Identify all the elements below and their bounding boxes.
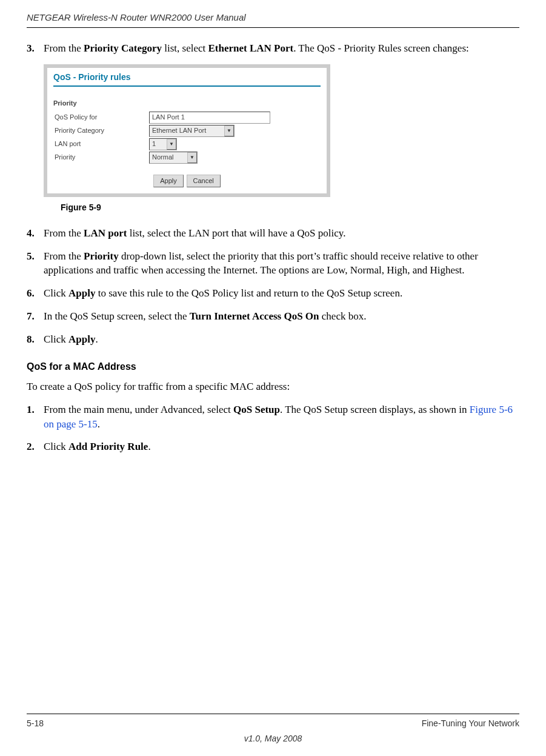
chevron-down-icon: ▼ (167, 139, 176, 150)
step-body: From the main menu, under Advanced, sele… (44, 403, 519, 432)
field-label: QoS Policy for (53, 113, 149, 122)
row-qos-policy-for: QoS Policy for LAN Port 1 (53, 111, 321, 124)
bold-text: Ethernet LAN Port (208, 42, 293, 54)
priority-category-select[interactable]: Ethernet LAN Port ▼ (149, 125, 235, 137)
panel-title: QoS - Priority rules (53, 72, 321, 84)
text: From the (44, 250, 84, 262)
text: From the main menu, under Advanced, sele… (44, 404, 233, 415)
step-4: 4. From the LAN port list, select the LA… (27, 226, 519, 241)
intro-paragraph: To create a QoS policy for traffic from … (27, 380, 519, 394)
select-value: Ethernet LAN Port (152, 126, 222, 135)
step-3: 3. From the Priority Category list, sele… (27, 41, 519, 56)
qos-policy-name-input[interactable]: LAN Port 1 (149, 112, 270, 124)
step-number: 1. (27, 403, 44, 432)
section-heading-qos-mac: QoS for a MAC Address (27, 360, 519, 373)
step-6: 6. Click Apply to save this rule to the … (27, 286, 519, 301)
text: Click (44, 287, 68, 299)
step-8: 8. Click Apply. (27, 332, 519, 347)
chevron-down-icon: ▼ (224, 125, 234, 136)
field-label: Priority (53, 153, 149, 162)
text: . (148, 441, 150, 452)
text: . (98, 418, 100, 430)
page-footer: 5-18 Fine-Tuning Your Network v1.0, May … (27, 714, 519, 745)
row-lan-port: LAN port 1 ▼ (53, 138, 321, 151)
doc-title: NETGEAR Wireless-N Router WNR2000 User M… (27, 12, 246, 22)
bold-text: QoS Setup (233, 404, 280, 415)
bold-text: Apply (68, 333, 95, 345)
panel-divider (53, 85, 321, 87)
header-rule (27, 27, 519, 28)
step-body: From the Priority drop-down list, select… (44, 249, 519, 278)
step-7: 7. In the QoS Setup screen, select the T… (27, 309, 519, 324)
section-name: Fine-Tuning Your Network (422, 718, 519, 730)
step-number: 5. (27, 249, 44, 278)
mac-step-1: 1. From the main menu, under Advanced, s… (27, 403, 519, 432)
bold-text: Add Priority Rule (68, 441, 148, 452)
text: to save this rule to the QoS Policy list… (96, 287, 403, 299)
chevron-down-icon: ▼ (187, 152, 197, 163)
text: . (96, 333, 98, 345)
step-body: In the QoS Setup screen, select the Turn… (44, 309, 519, 324)
panel-button-row: Apply Cancel (53, 173, 321, 187)
step-body: From the LAN port list, select the LAN p… (44, 226, 519, 241)
select-value: Normal (152, 153, 185, 162)
qos-priority-rules-panel: QoS - Priority rules Priority QoS Policy… (44, 64, 330, 197)
doc-version: v1.0, May 2008 (27, 733, 519, 745)
text: In the QoS Setup screen, select the (44, 310, 190, 322)
text: Click (44, 333, 68, 345)
text: From the (44, 227, 84, 239)
figure-5-9: QoS - Priority rules Priority QoS Policy… (44, 64, 519, 214)
field-label: LAN port (53, 139, 149, 149)
text: check box. (319, 310, 367, 322)
ordered-steps-b: 1. From the main menu, under Advanced, s… (27, 403, 519, 454)
step-body: From the Priority Category list, select … (44, 41, 519, 56)
figure-caption: Figure 5-9 (61, 202, 519, 214)
select-value: 1 (152, 139, 164, 149)
apply-button[interactable]: Apply (153, 175, 184, 187)
step-number: 6. (27, 286, 44, 301)
text: list, select (162, 42, 208, 54)
footer-rule (27, 714, 519, 714)
bold-text: Apply (68, 287, 95, 299)
step-number: 8. (27, 332, 44, 347)
step-number: 4. (27, 226, 44, 241)
text: . The QoS - Priority Rules screen change… (293, 42, 469, 54)
bold-text: Priority Category (84, 42, 162, 54)
cancel-button[interactable]: Cancel (187, 175, 221, 187)
row-priority: Priority Normal ▼ (53, 151, 321, 164)
step-number: 3. (27, 41, 44, 56)
mac-step-2: 2. Click Add Priority Rule. (27, 440, 519, 454)
step-5: 5. From the Priority drop-down list, sel… (27, 249, 519, 278)
priority-select[interactable]: Normal ▼ (149, 152, 198, 164)
bold-text: Priority (84, 250, 119, 262)
field-label: Priority Category (53, 126, 149, 135)
page-number: 5-18 (27, 718, 44, 730)
panel-subheader: Priority (53, 99, 321, 108)
bold-text: Turn Internet Access QoS On (190, 310, 319, 322)
ordered-steps-a: 3. From the Priority Category list, sele… (27, 41, 519, 347)
text: From the (44, 42, 84, 54)
row-priority-category: Priority Category Ethernet LAN Port ▼ (53, 124, 321, 138)
step-number: 2. (27, 440, 44, 454)
text: . The QoS Setup screen displays, as show… (280, 404, 470, 415)
text: list, select the LAN port that will have… (127, 227, 345, 239)
step-body: Click Add Priority Rule. (44, 440, 519, 454)
doc-header: NETGEAR Wireless-N Router WNR2000 User M… (27, 0, 519, 24)
text: Click (44, 441, 68, 452)
lan-port-select[interactable]: 1 ▼ (149, 138, 177, 150)
step-body: Click Apply to save this rule to the QoS… (44, 286, 519, 301)
bold-text: LAN port (84, 227, 127, 239)
step-number: 7. (27, 309, 44, 324)
step-body: Click Apply. (44, 332, 519, 347)
